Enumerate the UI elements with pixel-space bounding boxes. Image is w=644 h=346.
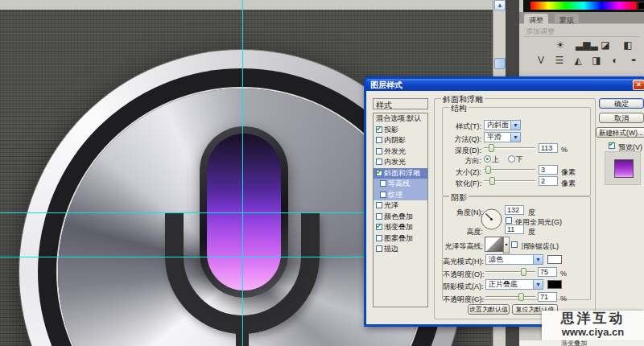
shadow-mode-dropdown[interactable]: 正片叠底▼ bbox=[485, 279, 543, 290]
tab-masks[interactable]: 蒙版 bbox=[555, 14, 579, 24]
style-item-12[interactable]: 描边 bbox=[374, 244, 427, 255]
gloss-contour-label: 光泽等高线: bbox=[443, 241, 483, 252]
cancel-button[interactable]: 取消 bbox=[599, 113, 644, 123]
angle-dial[interactable] bbox=[481, 208, 502, 230]
scrollbar-thumb[interactable] bbox=[494, 58, 506, 69]
dialog-title: 图层样式 bbox=[370, 80, 402, 89]
new-style-button[interactable]: 新建样式(W)... bbox=[596, 127, 644, 138]
style-item-0[interactable]: 混合选项:默认 bbox=[374, 113, 427, 125]
exposure-icon[interactable]: ◧ bbox=[621, 39, 635, 51]
vibrance-icon[interactable]: V bbox=[534, 55, 548, 67]
preview-gradient bbox=[614, 159, 634, 178]
style-item-checkbox[interactable] bbox=[380, 180, 386, 187]
style-item-10[interactable]: ✔渐变叠加 bbox=[374, 222, 427, 233]
method-dropdown[interactable]: 平滑▼ bbox=[484, 132, 521, 142]
curves-icon[interactable]: ◪ bbox=[598, 39, 613, 51]
style-item-5[interactable]: ✔斜面和浮雕 bbox=[374, 168, 427, 179]
style-item-3[interactable]: 外发光 bbox=[374, 146, 427, 158]
highlight-mode-dropdown[interactable]: 滤色▼ bbox=[485, 254, 543, 265]
size-value[interactable]: 3 bbox=[539, 165, 558, 175]
chevron-down-icon[interactable]: ▼ bbox=[510, 121, 520, 130]
layers-effect-row[interactable]: 渐变叠加 bbox=[519, 340, 644, 346]
direction-down-radio[interactable] bbox=[508, 155, 515, 163]
direction-up-radio[interactable] bbox=[484, 155, 491, 163]
style-item-checkbox[interactable] bbox=[376, 213, 382, 220]
style-item-8[interactable]: 光泽 bbox=[374, 200, 427, 212]
color-balance-icon[interactable]: ◭ bbox=[571, 55, 585, 67]
style-item-checkbox[interactable] bbox=[376, 137, 382, 143]
chevron-down-icon[interactable]: ▼ bbox=[533, 255, 543, 264]
scrollbar-up-arrow[interactable]: ▲ bbox=[494, 0, 506, 10]
brightness-contrast-icon[interactable]: ☀ bbox=[553, 39, 568, 51]
style-item-checkbox[interactable] bbox=[376, 245, 382, 252]
style-item-7[interactable]: 纹理 bbox=[374, 190, 427, 201]
guide-vertical bbox=[242, 0, 243, 346]
style-item-checkbox[interactable] bbox=[376, 202, 382, 208]
style-item-label: 投影 bbox=[384, 126, 398, 134]
photo-filter-icon[interactable]: ◐ bbox=[608, 55, 622, 67]
style-item-checkbox[interactable] bbox=[380, 192, 386, 198]
shadow-opacity-value[interactable]: 71 bbox=[538, 292, 557, 302]
chevron-down-icon[interactable]: ▼ bbox=[533, 280, 543, 289]
panel-divider bbox=[523, 36, 640, 37]
style-item-checkbox[interactable] bbox=[376, 235, 382, 241]
depth-value[interactable]: 113 bbox=[539, 143, 558, 153]
shading-group: 阴影 角度(N): 132 度 使用全局光(G) 高度: 11 度 光泽等高线: bbox=[442, 196, 591, 300]
altitude-value[interactable]: 11 bbox=[505, 224, 524, 234]
layer-style-dialog: 图层样式 × 样式 混合选项:默认✔投影内阴影外发光内发光✔斜面和浮雕等高线纹理… bbox=[364, 76, 644, 327]
style-item-label: 纹理 bbox=[388, 191, 402, 199]
set-default-button[interactable]: 设置为默认值 bbox=[468, 304, 510, 315]
styles-list-header: 样式 bbox=[373, 98, 428, 109]
dialog-body: 样式 混合选项:默认✔投影内阴影外发光内发光✔斜面和浮雕等高线纹理光泽颜色叠加✔… bbox=[366, 91, 644, 324]
watermark: 思洋互动 www.ciya.cn bbox=[542, 311, 644, 340]
preview-checkbox[interactable]: ✔ bbox=[609, 142, 615, 149]
style-item-checkbox[interactable]: ✔ bbox=[376, 224, 382, 230]
highlight-opacity-label: 不透明度(O): bbox=[443, 270, 483, 280]
angle-value[interactable]: 132 bbox=[505, 205, 524, 215]
shadow-color-swatch[interactable] bbox=[547, 280, 562, 289]
close-icon[interactable]: × bbox=[633, 80, 644, 90]
style-item-9[interactable]: 颜色叠加 bbox=[374, 212, 427, 223]
altitude-label: 高度: bbox=[449, 227, 483, 237]
style-item-11[interactable]: 图案叠加 bbox=[374, 233, 427, 245]
size-unit: 像素 bbox=[561, 167, 576, 178]
size-slider[interactable] bbox=[484, 165, 535, 174]
style-item-label: 外发光 bbox=[384, 147, 406, 155]
dialog-titlebar[interactable]: 图层样式 × bbox=[366, 79, 644, 91]
black-white-icon[interactable]: ◨ bbox=[589, 55, 604, 67]
channel-mixer-icon[interactable]: ◓ bbox=[626, 55, 641, 67]
anti-alias-checkbox[interactable] bbox=[511, 241, 518, 248]
color-spectrum-bar[interactable] bbox=[530, 2, 637, 10]
ok-button[interactable]: 确定 bbox=[599, 98, 644, 109]
highlight-color-swatch[interactable] bbox=[547, 255, 562, 264]
style-item-checkbox[interactable] bbox=[376, 159, 382, 165]
soften-slider[interactable] bbox=[484, 176, 535, 185]
photoshop-workspace: ▲ 调整 蒙版 添加调整 ☀▃▆▃◪◧ V☰◭◨◐◓ 图层样式 × 样式 混合选… bbox=[0, 0, 644, 346]
gloss-contour-thumbnail[interactable] bbox=[485, 237, 503, 252]
direction-down-label: 下 bbox=[516, 155, 523, 163]
style-item-checkbox[interactable] bbox=[376, 148, 382, 154]
global-light-checkbox[interactable] bbox=[506, 217, 512, 224]
soften-value[interactable]: 2 bbox=[539, 176, 558, 186]
style-item-2[interactable]: 内阴影 bbox=[374, 135, 427, 146]
style-item-1[interactable]: ✔投影 bbox=[374, 125, 427, 136]
style-item-6[interactable]: 等高线 bbox=[374, 179, 427, 190]
layers-effect-label: 渐变叠加 bbox=[561, 340, 587, 346]
style-item-checkbox[interactable]: ✔ bbox=[376, 126, 382, 133]
tab-adjustments[interactable]: 调整 bbox=[524, 14, 548, 24]
style-item-checkbox[interactable]: ✔ bbox=[376, 170, 382, 176]
color-spectrum-swatch[interactable] bbox=[638, 2, 644, 10]
levels-icon[interactable]: ▃▆▃ bbox=[576, 39, 590, 51]
shadow-opacity-slider[interactable] bbox=[485, 292, 535, 301]
hue-saturation-icon[interactable]: ☰ bbox=[552, 55, 567, 67]
depth-slider[interactable] bbox=[484, 143, 535, 152]
anti-alias-label: 消除锯齿(L) bbox=[521, 241, 559, 252]
style-item-label: 颜色叠加 bbox=[384, 212, 413, 220]
style-item-4[interactable]: 内发光 bbox=[374, 157, 427, 168]
gloss-contour-dropdown[interactable]: ▾ bbox=[503, 237, 510, 253]
highlight-opacity-slider[interactable] bbox=[485, 267, 535, 276]
highlight-opacity-value[interactable]: 75 bbox=[538, 267, 557, 277]
chevron-down-icon[interactable]: ▼ bbox=[510, 133, 520, 142]
bevel-style-value: 内斜面 bbox=[487, 121, 509, 129]
bevel-style-dropdown[interactable]: 内斜面▼ bbox=[484, 120, 521, 130]
